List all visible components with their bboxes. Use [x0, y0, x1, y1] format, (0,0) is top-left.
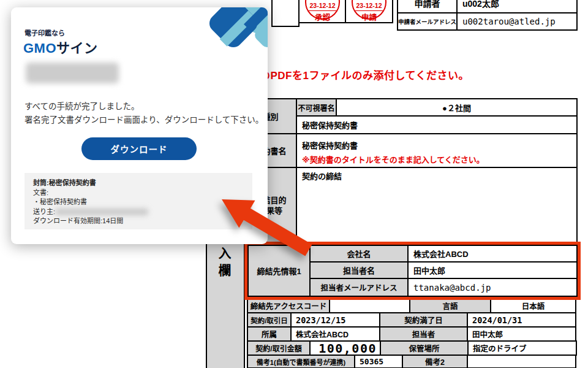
card-message-line1: すべての手続が完了しました。	[24, 99, 140, 112]
contract-name-note-text: ※契約書のタイトルをそのまま記入してください。	[302, 155, 484, 165]
storage-value-text: 指定のドライブ	[473, 342, 527, 354]
department-value: 株式会社ABCD	[290, 326, 380, 342]
amount-label-text: 契約/取引金額	[255, 343, 301, 353]
contract-date-value-text: 2023/12/15	[296, 315, 345, 325]
applicant-name-value-text: u002太郎	[462, 0, 499, 9]
access-code-label: 締結先アクセスコード	[247, 298, 330, 313]
applicant-mail-label: 申請者メールアドレス	[397, 12, 458, 31]
applicant-name-label-text: 申請者	[415, 0, 440, 9]
access-code-label-text: 締結先アクセスコード	[251, 300, 326, 312]
document-item: ・秘密保持契約書	[33, 197, 252, 207]
invisible-sign-label: 不可視署名	[296, 98, 337, 117]
expiry-date-label-text: 契約満了日	[404, 314, 443, 326]
remark1-value-text: 50365	[360, 357, 383, 366]
gmo-sign-logo: GMOサイン	[23, 37, 98, 56]
invisible-sign-value-text: ●２社間	[442, 102, 471, 113]
applicant-name-value: u002太郎	[456, 0, 578, 13]
department-label-text: 所属	[262, 328, 277, 340]
stamp-cell-approve: 23-12-12 承認	[298, 0, 346, 23]
gmo-sign-logo-icon	[209, 7, 268, 60]
purpose-value: 契約の締結	[296, 167, 578, 244]
stamp-date: 23-12-12	[353, 2, 385, 9]
person-value-text: 田中太郎	[472, 328, 503, 340]
card-message-line2: 署名完了文書ダウンロード画面より、ダウンロードして下さい。	[24, 113, 263, 125]
applicant-mail-value: u002tarou@atled.jp	[456, 12, 578, 31]
contract-date-row: 契約/取引日 2023/12/15 契約満了日 2024/01/31	[247, 312, 576, 328]
attachment-notice: のPDFを1ファイルのみ添付してください。	[260, 67, 469, 82]
highlight-box	[244, 242, 581, 300]
storage-label-text: 保管場所	[409, 342, 439, 354]
language-value-text: 日本語	[522, 300, 545, 312]
amount-value-text: 100,000	[318, 341, 377, 356]
contract-date-label: 契約/取引日	[247, 312, 292, 328]
purpose-value-text: 契約の締結	[302, 170, 342, 182]
contract-name-value: 秘密保持契約書 ※契約書のタイトルをそのまま記入してください。	[296, 133, 578, 168]
person-label-text: 担当者	[412, 328, 435, 340]
access-code-row: 締結先アクセスコード 言語 日本語	[247, 298, 576, 313]
remark1-label-text: 備考1(自動で書類番号が連携)	[257, 357, 345, 367]
stamp-label: 申請	[353, 11, 385, 23]
department-value-text: 株式会社ABCD	[296, 328, 349, 340]
redacted-recipient	[26, 63, 119, 83]
access-code-value	[329, 298, 410, 313]
amount-row: 契約/取引金額 100,000 保管場所 指定のドライブ	[247, 340, 577, 356]
amount-value: 100,000	[309, 340, 381, 356]
stamp-cell-apply: 23-12-12 申請	[345, 0, 393, 23]
card-tagline: 電子印鑑なら	[24, 28, 65, 37]
expiry-date-value: 2024/01/31	[467, 312, 576, 328]
person-label: 担当者	[379, 326, 468, 342]
type-value: 秘密保持契約書	[296, 115, 578, 134]
remark2-value	[467, 355, 576, 368]
remark1-value: 50365	[354, 355, 403, 368]
sender-line: 送り主:	[33, 207, 252, 217]
language-label: 言語	[409, 298, 491, 313]
brand-sign-text: サイン	[56, 40, 98, 56]
remark1-label: 備考1(自動で書類番号が連携)	[247, 355, 355, 368]
remarks-row: 備考1(自動で書類番号が連携) 50365 備考2	[247, 355, 576, 368]
contract-name-value-text: 秘密保持契約書	[302, 140, 358, 151]
storage-label: 保管場所	[380, 340, 469, 356]
stamp-label: 承認	[306, 11, 339, 23]
remark2-label-text: 備考2	[425, 356, 445, 367]
validity-line: ダウンロード有効期間:14日間	[33, 217, 252, 226]
type-value-text: 秘密保持契約書	[302, 119, 358, 131]
applicant-name-label: 申請者	[397, 0, 458, 13]
redacted-sender	[55, 209, 148, 215]
envelope-info-box: 封筒:秘密保持契約書 文書: ・秘密保持契約書 送り主: ダウンロード有効期間:…	[24, 173, 252, 229]
invisible-sign-label-text: 不可視署名	[298, 102, 334, 113]
expiry-date-label: 契約満了日	[379, 312, 468, 328]
contract-date-label-text: 契約/取引日	[251, 315, 288, 325]
download-button[interactable]: ダウンロード	[81, 137, 197, 160]
gmo-sign-notification-card: 電子印鑑なら GMOサイン すべての手続が完了しました。 署名完了文書ダウンロー…	[11, 7, 268, 244]
person-value: 田中太郎	[467, 326, 576, 342]
sender-label: 送り主:	[33, 208, 55, 215]
document-label: 文書:	[33, 188, 252, 198]
department-row: 所属 株式会社ABCD 担当者 田中太郎	[247, 326, 576, 342]
expiry-date-value-text: 2024/01/31	[472, 315, 522, 325]
stamp-cell-empty	[271, 0, 300, 27]
language-label-text: 言語	[442, 300, 458, 312]
application-stamp-icon: 23-12-12 申請	[352, 0, 386, 20]
remark2-label: 備考2	[402, 355, 468, 368]
language-value: 日本語	[490, 298, 576, 313]
envelope-title: 封筒:秘密保持契約書	[33, 178, 252, 188]
invisible-sign-value: ●２社間	[336, 98, 578, 117]
amount-label: 契約/取引金額	[247, 340, 311, 356]
contract-date-value: 2023/12/15	[290, 312, 380, 328]
department-label: 所属	[247, 326, 292, 342]
applicant-mail-value-text: u002tarou@atled.jp	[462, 17, 556, 26]
stamp-date: 23-12-12	[306, 2, 339, 9]
approval-stamp-icon: 23-12-12 承認	[305, 0, 340, 20]
brand-gmo-text: GMO	[23, 40, 56, 56]
applicant-mail-label-text: 申請者メールアドレス	[398, 17, 456, 26]
storage-value: 指定のドライブ	[467, 340, 577, 356]
